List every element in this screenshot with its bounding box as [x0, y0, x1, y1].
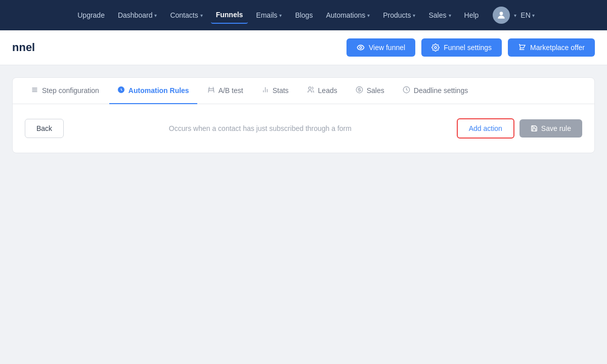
nav-label-upgrade: Upgrade [77, 11, 105, 19]
stats-icon [262, 86, 269, 95]
add-action-button[interactable]: Add action [457, 118, 514, 139]
leads-icon [307, 86, 315, 95]
ab-test-icon [207, 86, 215, 95]
nav-item-automations[interactable]: Automations ▾ [321, 7, 375, 23]
chevron-down-icon: ▾ [200, 13, 203, 18]
page-title: nnel [12, 41, 35, 54]
nav-label-help: Help [464, 11, 479, 19]
nav-item-blogs[interactable]: Blogs [290, 7, 318, 23]
marketplace-offer-button[interactable]: Marketplace offer [508, 38, 595, 57]
view-funnel-button[interactable]: View funnel [346, 38, 415, 57]
save-rule-label: Save rule [541, 124, 571, 132]
nav-item-upgrade[interactable]: Upgrade [72, 7, 110, 23]
tab-deadline-settings[interactable]: Deadline settings [395, 78, 476, 104]
save-rule-button[interactable]: Save rule [519, 119, 582, 138]
nav-item-sales[interactable]: Sales ▾ [423, 7, 456, 23]
sales-icon [356, 86, 363, 95]
nav-label-blogs: Blogs [295, 11, 313, 19]
chevron-down-icon: ▾ [413, 13, 415, 18]
nav-label-automations: Automations [326, 11, 365, 19]
step-config-icon [31, 86, 38, 95]
language-label: EN [521, 11, 530, 19]
tabs-container: Step configuration Automation Rules A/B … [13, 78, 594, 104]
nav-item-emails[interactable]: Emails ▾ [251, 7, 287, 23]
page-header: nnel View funnel Funnel settings Marketp… [0, 30, 607, 65]
language-selector[interactable]: EN ▾ [521, 11, 534, 19]
svg-point-0 [500, 12, 503, 15]
tab-stats-label: Stats [273, 86, 289, 95]
nav-item-help[interactable]: Help [459, 7, 484, 23]
nav-item-dashboard[interactable]: Dashboard ▾ [113, 7, 162, 23]
tab-sales[interactable]: Sales [348, 78, 393, 104]
funnel-settings-button[interactable]: Funnel settings [421, 38, 502, 57]
tab-sales-label: Sales [367, 86, 384, 95]
tab-ab-test[interactable]: A/B test [199, 78, 251, 104]
tab-leads[interactable]: Leads [299, 78, 345, 104]
deadline-icon [403, 86, 410, 95]
tab-automation-rules[interactable]: Automation Rules [109, 78, 197, 104]
nav-item-funnels[interactable]: Funnels [211, 7, 248, 24]
chevron-down-icon: ▾ [154, 13, 157, 18]
tab-step-configuration[interactable]: Step configuration [23, 78, 107, 104]
rule-description: Occurs when a contact has just subscribe… [64, 124, 457, 132]
chevron-down-icon: ▾ [367, 13, 370, 18]
avatar[interactable] [493, 7, 510, 24]
main-card: Step configuration Automation Rules A/B … [12, 77, 595, 153]
tab-ab-test-label: A/B test [219, 86, 243, 95]
tab-leads-label: Leads [318, 86, 337, 95]
svg-point-1 [360, 47, 362, 49]
nav-right: ▾ EN ▾ [493, 7, 534, 24]
back-button[interactable]: Back [25, 119, 64, 138]
header-actions: View funnel Funnel settings Marketplace … [346, 38, 595, 57]
chevron-down-icon: ▾ [532, 13, 535, 18]
nav-item-contacts[interactable]: Contacts ▾ [165, 7, 207, 23]
view-funnel-label: View funnel [369, 43, 405, 52]
nav-label-sales: Sales [428, 11, 446, 19]
rule-actions: Add action Save rule [457, 118, 582, 139]
svg-point-11 [309, 87, 311, 89]
chevron-down-icon: ▾ [514, 13, 516, 18]
svg-point-2 [435, 47, 437, 49]
content-area: Step configuration Automation Rules A/B … [0, 65, 607, 165]
chevron-down-icon: ▾ [279, 13, 282, 18]
chevron-down-icon: ▾ [449, 13, 451, 18]
rule-area: Back Occurs when a contact has just subs… [13, 104, 594, 153]
navbar: Upgrade Dashboard ▾ Contacts ▾ Funnels E… [0, 0, 607, 30]
tab-step-configuration-label: Step configuration [42, 86, 99, 95]
tab-deadline-settings-label: Deadline settings [414, 86, 468, 95]
automation-icon [117, 86, 125, 95]
nav-label-products: Products [383, 11, 411, 19]
tab-stats[interactable]: Stats [253, 78, 297, 104]
nav-label-contacts: Contacts [170, 11, 198, 19]
nav-item-products[interactable]: Products ▾ [378, 7, 420, 23]
nav-label-dashboard: Dashboard [118, 11, 153, 19]
nav-label-emails: Emails [256, 11, 277, 19]
tab-automation-rules-label: Automation Rules [128, 86, 189, 95]
funnel-settings-label: Funnel settings [444, 43, 492, 52]
marketplace-offer-label: Marketplace offer [530, 43, 585, 52]
nav-label-funnels: Funnels [216, 11, 243, 19]
